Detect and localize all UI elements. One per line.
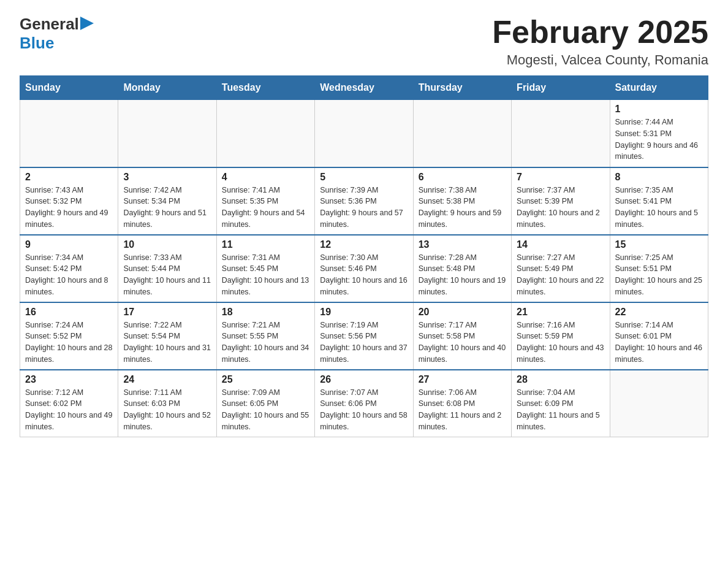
- day-info: Sunrise: 7:25 AMSunset: 5:51 PMDaylight:…: [615, 252, 703, 298]
- day-info: Sunrise: 7:16 AMSunset: 5:59 PMDaylight:…: [517, 320, 604, 366]
- calendar-day-cell: 12Sunrise: 7:30 AMSunset: 5:46 PMDayligh…: [315, 235, 413, 302]
- calendar-day-cell: 13Sunrise: 7:28 AMSunset: 5:48 PMDayligh…: [413, 235, 511, 302]
- calendar-day-cell: 6Sunrise: 7:38 AMSunset: 5:38 PMDaylight…: [413, 167, 511, 235]
- day-info: Sunrise: 7:31 AMSunset: 5:45 PMDaylight:…: [222, 252, 309, 298]
- calendar-day-cell: [610, 370, 708, 437]
- day-info: Sunrise: 7:17 AMSunset: 5:58 PMDaylight:…: [419, 320, 506, 366]
- svg-marker-0: [80, 17, 94, 30]
- day-number: 16: [25, 307, 113, 318]
- day-number: 12: [320, 239, 408, 250]
- calendar-day-cell: 21Sunrise: 7:16 AMSunset: 5:59 PMDayligh…: [512, 302, 610, 370]
- calendar-week-row: 16Sunrise: 7:24 AMSunset: 5:52 PMDayligh…: [20, 302, 708, 370]
- day-number: 18: [222, 307, 309, 318]
- day-info: Sunrise: 7:11 AMSunset: 6:03 PMDaylight:…: [123, 387, 211, 433]
- day-of-week-header: Tuesday: [216, 76, 314, 100]
- day-number: 2: [25, 172, 113, 183]
- day-number: 7: [517, 172, 604, 183]
- calendar-day-cell: 15Sunrise: 7:25 AMSunset: 5:51 PMDayligh…: [610, 235, 708, 302]
- day-of-week-header: Monday: [118, 76, 216, 100]
- calendar-day-cell: 11Sunrise: 7:31 AMSunset: 5:45 PMDayligh…: [216, 235, 314, 302]
- calendar-day-cell: 10Sunrise: 7:33 AMSunset: 5:44 PMDayligh…: [118, 235, 216, 302]
- day-info: Sunrise: 7:19 AMSunset: 5:56 PMDaylight:…: [320, 320, 408, 366]
- calendar-day-cell: 17Sunrise: 7:22 AMSunset: 5:54 PMDayligh…: [118, 302, 216, 370]
- calendar-week-row: 23Sunrise: 7:12 AMSunset: 6:02 PMDayligh…: [20, 370, 708, 437]
- calendar-day-cell: 7Sunrise: 7:37 AMSunset: 5:39 PMDaylight…: [512, 167, 610, 235]
- day-info: Sunrise: 7:39 AMSunset: 5:36 PMDaylight:…: [320, 185, 408, 231]
- day-info: Sunrise: 7:06 AMSunset: 6:08 PMDaylight:…: [419, 387, 506, 433]
- day-info: Sunrise: 7:28 AMSunset: 5:48 PMDaylight:…: [419, 252, 506, 298]
- day-of-week-header: Thursday: [413, 76, 511, 100]
- day-number: 24: [123, 374, 211, 385]
- day-of-week-header: Sunday: [20, 76, 118, 100]
- calendar-day-cell: 2Sunrise: 7:43 AMSunset: 5:32 PMDaylight…: [20, 167, 118, 235]
- location-subtitle: Mogesti, Valcea County, Romania: [492, 52, 708, 68]
- day-info: Sunrise: 7:38 AMSunset: 5:38 PMDaylight:…: [419, 185, 506, 231]
- day-info: Sunrise: 7:34 AMSunset: 5:42 PMDaylight:…: [25, 252, 113, 298]
- day-number: 8: [615, 172, 703, 183]
- calendar-week-row: 1Sunrise: 7:44 AMSunset: 5:31 PMDaylight…: [20, 100, 708, 167]
- calendar-day-cell: [512, 100, 610, 167]
- page-header: General Blue February 2025 Mogesti, Valc…: [20, 15, 708, 68]
- day-info: Sunrise: 7:24 AMSunset: 5:52 PMDaylight:…: [25, 320, 113, 366]
- day-number: 13: [419, 239, 506, 250]
- day-info: Sunrise: 7:04 AMSunset: 6:09 PMDaylight:…: [517, 387, 604, 433]
- calendar-day-cell: [216, 100, 314, 167]
- day-number: 6: [419, 172, 506, 183]
- calendar-day-cell: 9Sunrise: 7:34 AMSunset: 5:42 PMDaylight…: [20, 235, 118, 302]
- day-number: 14: [517, 239, 604, 250]
- day-info: Sunrise: 7:35 AMSunset: 5:41 PMDaylight:…: [615, 185, 703, 231]
- day-of-week-header: Friday: [512, 76, 610, 100]
- logo-arrow-icon: [80, 17, 94, 30]
- logo-text-blue: Blue: [20, 34, 54, 53]
- calendar-day-cell: 20Sunrise: 7:17 AMSunset: 5:58 PMDayligh…: [413, 302, 511, 370]
- calendar-day-cell: 26Sunrise: 7:07 AMSunset: 6:06 PMDayligh…: [315, 370, 413, 437]
- logo: General Blue: [20, 15, 94, 53]
- calendar-day-cell: [118, 100, 216, 167]
- day-number: 4: [222, 172, 309, 183]
- calendar-day-cell: 3Sunrise: 7:42 AMSunset: 5:34 PMDaylight…: [118, 167, 216, 235]
- month-year-title: February 2025: [492, 15, 708, 50]
- day-info: Sunrise: 7:14 AMSunset: 6:01 PMDaylight:…: [615, 320, 703, 366]
- day-number: 23: [25, 374, 113, 385]
- day-number: 15: [615, 239, 703, 250]
- calendar-day-cell: 5Sunrise: 7:39 AMSunset: 5:36 PMDaylight…: [315, 167, 413, 235]
- day-number: 21: [517, 307, 604, 318]
- day-number: 20: [419, 307, 506, 318]
- calendar-day-cell: [413, 100, 511, 167]
- day-info: Sunrise: 7:22 AMSunset: 5:54 PMDaylight:…: [123, 320, 211, 366]
- calendar-day-cell: 4Sunrise: 7:41 AMSunset: 5:35 PMDaylight…: [216, 167, 314, 235]
- day-info: Sunrise: 7:30 AMSunset: 5:46 PMDaylight:…: [320, 252, 408, 298]
- day-info: Sunrise: 7:21 AMSunset: 5:55 PMDaylight:…: [222, 320, 309, 366]
- day-number: 22: [615, 307, 703, 318]
- logo-text-general: General: [20, 15, 79, 34]
- day-number: 26: [320, 374, 408, 385]
- calendar-day-cell: [315, 100, 413, 167]
- calendar-week-row: 9Sunrise: 7:34 AMSunset: 5:42 PMDaylight…: [20, 235, 708, 302]
- day-info: Sunrise: 7:43 AMSunset: 5:32 PMDaylight:…: [25, 185, 113, 231]
- day-number: 9: [25, 239, 113, 250]
- calendar-day-cell: 27Sunrise: 7:06 AMSunset: 6:08 PMDayligh…: [413, 370, 511, 437]
- calendar-day-cell: [20, 100, 118, 167]
- calendar-table: SundayMondayTuesdayWednesdayThursdayFrid…: [20, 75, 708, 437]
- calendar-day-cell: 28Sunrise: 7:04 AMSunset: 6:09 PMDayligh…: [512, 370, 610, 437]
- day-number: 28: [517, 374, 604, 385]
- day-info: Sunrise: 7:33 AMSunset: 5:44 PMDaylight:…: [123, 252, 211, 298]
- day-info: Sunrise: 7:42 AMSunset: 5:34 PMDaylight:…: [123, 185, 211, 231]
- calendar-day-cell: 25Sunrise: 7:09 AMSunset: 6:05 PMDayligh…: [216, 370, 314, 437]
- calendar-header-row: SundayMondayTuesdayWednesdayThursdayFrid…: [20, 76, 708, 100]
- day-info: Sunrise: 7:37 AMSunset: 5:39 PMDaylight:…: [517, 185, 604, 231]
- day-number: 11: [222, 239, 309, 250]
- calendar-day-cell: 14Sunrise: 7:27 AMSunset: 5:49 PMDayligh…: [512, 235, 610, 302]
- calendar-week-row: 2Sunrise: 7:43 AMSunset: 5:32 PMDaylight…: [20, 167, 708, 235]
- day-info: Sunrise: 7:41 AMSunset: 5:35 PMDaylight:…: [222, 185, 309, 231]
- day-of-week-header: Saturday: [610, 76, 708, 100]
- day-number: 25: [222, 374, 309, 385]
- day-number: 1: [615, 104, 703, 115]
- calendar-day-cell: 1Sunrise: 7:44 AMSunset: 5:31 PMDaylight…: [610, 100, 708, 167]
- calendar-day-cell: 22Sunrise: 7:14 AMSunset: 6:01 PMDayligh…: [610, 302, 708, 370]
- day-number: 3: [123, 172, 211, 183]
- day-info: Sunrise: 7:09 AMSunset: 6:05 PMDaylight:…: [222, 387, 309, 433]
- calendar-day-cell: 16Sunrise: 7:24 AMSunset: 5:52 PMDayligh…: [20, 302, 118, 370]
- calendar-day-cell: 19Sunrise: 7:19 AMSunset: 5:56 PMDayligh…: [315, 302, 413, 370]
- calendar-day-cell: 23Sunrise: 7:12 AMSunset: 6:02 PMDayligh…: [20, 370, 118, 437]
